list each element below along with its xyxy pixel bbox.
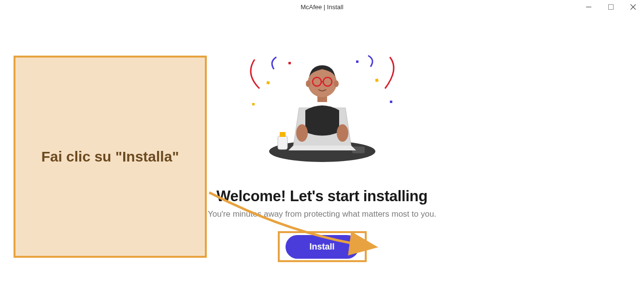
install-button[interactable]: Install [285, 235, 358, 259]
svg-rect-7 [252, 103, 255, 105]
window-title: McAfee | Install [301, 3, 343, 11]
annotation-callout: Fai clic su "Installa" [14, 56, 207, 258]
svg-point-13 [337, 124, 348, 142]
svg-rect-6 [390, 101, 392, 103]
svg-rect-5 [356, 60, 358, 63]
close-button[interactable] [622, 0, 644, 14]
annotation-text: Fai clic su "Installa" [41, 147, 179, 167]
svg-rect-1 [608, 4, 613, 9]
svg-rect-4 [288, 62, 291, 64]
minimize-button[interactable] [577, 0, 600, 14]
svg-point-12 [296, 124, 308, 142]
maximize-button[interactable] [600, 0, 622, 14]
hero-illustration [240, 55, 404, 166]
content-area: Welcome! Let's start installing You're m… [0, 14, 644, 295]
svg-point-16 [306, 80, 311, 87]
svg-point-17 [334, 80, 339, 87]
svg-rect-10 [280, 132, 286, 137]
svg-rect-3 [375, 78, 378, 82]
svg-rect-9 [278, 136, 287, 149]
svg-rect-2 [266, 81, 270, 85]
titlebar: McAfee | Install [0, 0, 644, 14]
svg-rect-0 [586, 7, 591, 7]
window-controls [577, 0, 644, 14]
